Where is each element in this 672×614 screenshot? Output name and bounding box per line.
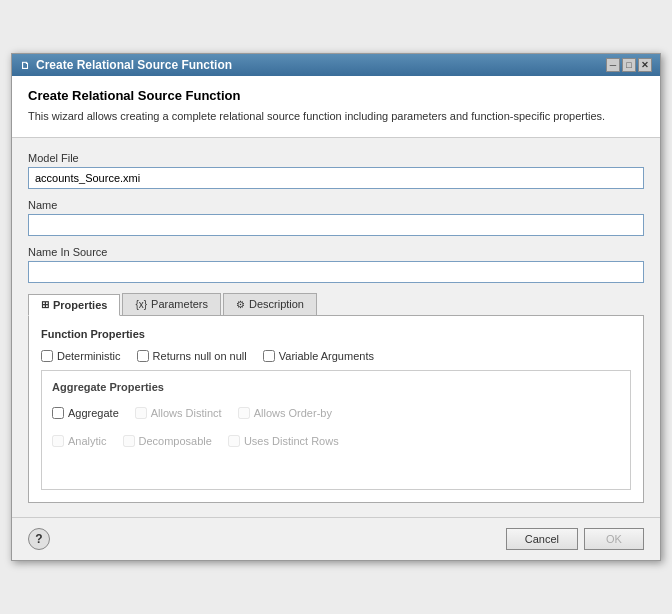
variable-arguments-item[interactable]: Variable Arguments [263,350,374,362]
allows-distinct-item: Allows Distinct [135,407,222,419]
deterministic-item[interactable]: Deterministic [41,350,121,362]
aggregate-properties-title: Aggregate Properties [52,381,620,393]
minimize-button[interactable]: ─ [606,58,620,72]
uses-distinct-rows-item: Uses Distinct Rows [228,435,339,447]
returns-null-item[interactable]: Returns null on null [137,350,247,362]
deterministic-checkbox[interactable] [41,350,53,362]
returns-null-checkbox[interactable] [137,350,149,362]
model-file-group: Model File [28,152,644,189]
name-group: Name [28,199,644,236]
name-in-source-label: Name In Source [28,246,644,258]
name-in-source-group: Name In Source [28,246,644,283]
allows-distinct-label: Allows Distinct [151,407,222,419]
parameters-tab-label: Parameters [151,298,208,310]
allows-order-by-item: Allows Order-by [238,407,332,419]
cancel-button[interactable]: Cancel [506,528,578,550]
title-bar-controls: ─ □ ✕ [606,58,652,72]
description-tab-icon: ⚙ [236,299,245,310]
uses-distinct-rows-label: Uses Distinct Rows [244,435,339,447]
variable-arguments-label: Variable Arguments [279,350,374,362]
body-section: Model File Name Name In Source ⊞ Propert… [12,138,660,517]
uses-distinct-rows-checkbox [228,435,240,447]
function-properties-row: Deterministic Returns null on null Varia… [41,350,631,362]
tab-properties[interactable]: ⊞ Properties [28,294,120,316]
allows-order-by-checkbox [238,407,250,419]
model-file-input[interactable] [28,167,644,189]
decomposable-item: Decomposable [123,435,212,447]
tab-content-properties: Function Properties Deterministic Return… [28,316,644,503]
deterministic-label: Deterministic [57,350,121,362]
tabs-header: ⊞ Properties {x} Parameters ⚙ Descriptio… [28,293,644,316]
footer: ? Cancel OK [12,517,660,560]
aggregate-properties-section: Aggregate Properties Aggregate Allows Di… [41,370,631,490]
title-bar: 🗋 Create Relational Source Function ─ □ … [12,54,660,76]
tab-description[interactable]: ⚙ Description [223,293,317,315]
returns-null-label: Returns null on null [153,350,247,362]
tab-parameters[interactable]: {x} Parameters [122,293,221,315]
decomposable-checkbox [123,435,135,447]
properties-tab-icon: ⊞ [41,299,49,310]
aggregate-row-2: Analytic Decomposable Uses Distinct Rows [52,435,620,447]
variable-arguments-checkbox[interactable] [263,350,275,362]
function-properties-title: Function Properties [41,328,631,340]
help-button[interactable]: ? [28,528,50,550]
dialog-title: Create Relational Source Function [36,58,232,72]
tabs-container: ⊞ Properties {x} Parameters ⚙ Descriptio… [28,293,644,503]
aggregate-row-1: Aggregate Allows Distinct Allows Order-b… [52,407,620,419]
dialog-icon: 🗋 [20,60,30,71]
name-input[interactable] [28,214,644,236]
parameters-tab-icon: {x} [135,299,147,310]
description-tab-label: Description [249,298,304,310]
properties-tab-label: Properties [53,299,107,311]
allows-order-by-label: Allows Order-by [254,407,332,419]
aggregate-rows: Aggregate Allows Distinct Allows Order-b… [52,403,620,459]
dialog-window: 🗋 Create Relational Source Function ─ □ … [11,53,661,560]
aggregate-label: Aggregate [68,407,119,419]
model-file-label: Model File [28,152,644,164]
aggregate-item[interactable]: Aggregate [52,407,119,419]
allows-distinct-checkbox [135,407,147,419]
header-section: Create Relational Source Function This w… [12,76,660,137]
decomposable-label: Decomposable [139,435,212,447]
aggregate-checkbox[interactable] [52,407,64,419]
header-title: Create Relational Source Function [28,88,644,103]
maximize-button[interactable]: □ [622,58,636,72]
analytic-label: Analytic [68,435,107,447]
name-label: Name [28,199,644,211]
name-in-source-input[interactable] [28,261,644,283]
analytic-checkbox [52,435,64,447]
header-description: This wizard allows creating a complete r… [28,109,644,124]
close-button[interactable]: ✕ [638,58,652,72]
analytic-item: Analytic [52,435,107,447]
footer-buttons: Cancel OK [506,528,644,550]
ok-button[interactable]: OK [584,528,644,550]
